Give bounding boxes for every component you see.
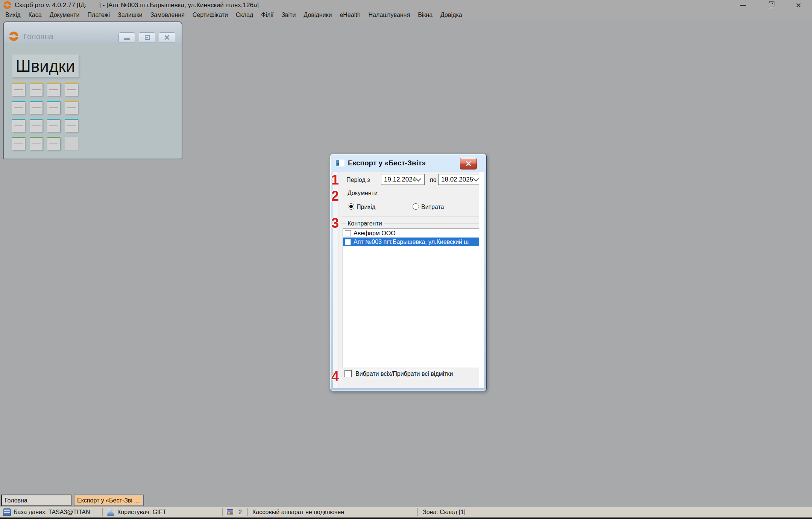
quick-tile[interactable] — [12, 101, 25, 114]
select-all-checkbox[interactable] — [345, 370, 352, 377]
documents-group-label: Документи — [346, 190, 379, 197]
home-close-button[interactable]: ✕ — [159, 32, 175, 43]
period-from-value: 19.12.2024 — [381, 176, 416, 183]
menu-ehealth[interactable]: eHealth — [340, 12, 360, 18]
minimize-button[interactable] — [734, 0, 751, 10]
menu-sertyfikaty[interactable]: Сертифікати — [193, 12, 228, 18]
quick-tile-empty — [65, 137, 78, 150]
user-icon — [107, 508, 114, 516]
menu-zalyshky[interactable]: Залишки — [118, 12, 143, 18]
database-icon — [3, 508, 11, 516]
menu-kasa[interactable]: Каса — [29, 12, 42, 18]
statusbar-separator — [102, 508, 103, 516]
period-from-combobox[interactable]: 19.12.2024 — [381, 174, 425, 185]
statusbar-separator — [222, 508, 223, 516]
select-all-label[interactable]: Вибрати всіх/Прибрати всі відмітки — [354, 370, 454, 378]
user-status: Користувач: GIFT — [117, 509, 166, 516]
right-edge-strip — [479, 172, 484, 388]
menu-dovidka[interactable]: Довідка — [440, 12, 462, 18]
screen-bottom-edge — [0, 517, 812, 519]
export-dialog-icon — [336, 160, 344, 166]
cash-register-status: Кассовый аппарат не подключен — [252, 509, 344, 516]
window-title: Скарб pro v. 4.0.2.77 [ІД: ] - [Апт №003… — [15, 2, 259, 9]
statusbar-separator — [247, 508, 248, 516]
close-button[interactable]: × — [790, 0, 807, 10]
chevron-down-icon — [473, 176, 479, 182]
close-icon: × — [796, 1, 801, 10]
home-window-titlebar[interactable]: Головна ✕ — [4, 22, 182, 43]
income-radio[interactable] — [348, 203, 354, 210]
menu-zamovlennia[interactable]: Замовлення — [150, 12, 185, 18]
quick-tile[interactable] — [12, 119, 25, 132]
quick-tile[interactable] — [65, 83, 78, 96]
quick-tile[interactable] — [12, 83, 25, 96]
connection-count: 2 — [238, 509, 242, 516]
quick-tile[interactable] — [47, 101, 60, 114]
quick-tile[interactable] — [30, 137, 42, 150]
close-icon: ✕ — [465, 159, 472, 168]
item-label: Апт №003 пгт.Барышевка, ул.Киевский ш — [354, 239, 469, 245]
annotation-4: 4 — [330, 369, 340, 384]
main-titlebar: Скарб pro v. 4.0.2.77 [ІД: ] - [Апт №003… — [0, 0, 812, 10]
export-dialog: Експорт у «Бест-Звіт» ✕ Період з 19.12.2… — [330, 154, 487, 391]
statusbar-separator — [417, 508, 418, 516]
menu-bar: Вихід Каса Документи Платежі Залишки Зам… — [0, 10, 812, 20]
quick-tile[interactable] — [30, 101, 42, 114]
quick-tile[interactable] — [47, 83, 60, 96]
expense-radio-label[interactable]: Витрата — [421, 204, 444, 210]
income-radio-label[interactable]: Прихід — [357, 204, 375, 210]
home-child-window: Головна ✕ Швидки — [3, 21, 182, 159]
counterparties-group-label: Контрагенти — [346, 220, 384, 227]
home-window-title: Головна — [23, 32, 53, 41]
quick-tile[interactable] — [65, 101, 78, 114]
dialog-close-button[interactable]: ✕ — [460, 158, 477, 169]
annotation-3: 3 — [330, 215, 340, 231]
quick-access-header-tile[interactable]: Швидки — [12, 54, 79, 77]
quick-access-tile-grid — [12, 83, 78, 150]
application-window: Скарб pro v. 4.0.2.77 [ІД: ] - [Апт №003… — [0, 0, 812, 519]
left-panel-strip — [333, 172, 339, 388]
list-item[interactable]: Авефарм ООО — [343, 229, 480, 238]
menu-vikna[interactable]: Вікна — [418, 12, 433, 18]
export-dialog-title: Експорт у «Бест-Звіт» — [348, 159, 426, 167]
period-to-label: по — [430, 177, 437, 183]
annotation-1: 1 — [330, 172, 340, 188]
item-checkbox[interactable] — [345, 230, 351, 236]
quick-tile[interactable] — [30, 119, 42, 132]
period-to-combobox[interactable]: 18.02.2025 — [438, 174, 482, 185]
tab-export-dialog[interactable]: Експорт у «Бест-Зві ... — [74, 495, 144, 506]
counterparties-list[interactable]: Авефарм ООО Апт №003 пгт.Барышевка, ул.К… — [343, 228, 481, 367]
connection-icon — [226, 508, 235, 516]
menu-platezhi[interactable]: Платежі — [88, 12, 110, 18]
menu-zvity[interactable]: Звіти — [281, 12, 296, 18]
item-label: Авефарм ООО — [354, 230, 396, 237]
minimize-icon — [124, 38, 130, 40]
menu-filii[interactable]: Філії — [261, 12, 273, 18]
period-to-value: 18.02.2025 — [439, 176, 474, 183]
menu-dokumenty[interactable]: Документи — [50, 12, 80, 18]
database-status: База даних: TASA3@TITAN — [14, 509, 90, 516]
restore-button[interactable] — [762, 0, 779, 10]
export-dialog-body: Період з 19.12.2024 по 18.02.2025 Докуме… — [333, 172, 484, 388]
quick-tile[interactable] — [65, 119, 78, 132]
quick-tile[interactable] — [47, 137, 60, 150]
quick-tile[interactable] — [47, 119, 60, 132]
menu-sklad[interactable]: Склад — [236, 12, 253, 18]
restore-icon — [768, 3, 773, 8]
app-logo-icon — [3, 1, 11, 9]
item-checkbox[interactable] — [345, 239, 351, 245]
expense-radio[interactable] — [413, 203, 419, 210]
app-logo-icon — [9, 32, 18, 41]
annotation-2: 2 — [330, 188, 340, 204]
menu-dovidnyky[interactable]: Довідники — [304, 12, 332, 18]
export-dialog-titlebar[interactable]: Експорт у «Бест-Звіт» ✕ — [330, 154, 486, 172]
zone-status: Зона: Склад [1] — [423, 509, 466, 516]
quick-tile[interactable] — [12, 137, 25, 150]
home-minimize-button[interactable] — [118, 32, 135, 43]
menu-nalashtuvannia[interactable]: Налаштування — [369, 12, 410, 18]
list-item-selected[interactable]: Апт №003 пгт.Барышевка, ул.Киевский ш — [343, 238, 480, 246]
home-maximize-button[interactable] — [139, 32, 155, 43]
quick-tile[interactable] — [30, 83, 42, 96]
tab-home[interactable]: Головна — [1, 495, 71, 506]
menu-vyhid[interactable]: Вихід — [5, 12, 21, 18]
